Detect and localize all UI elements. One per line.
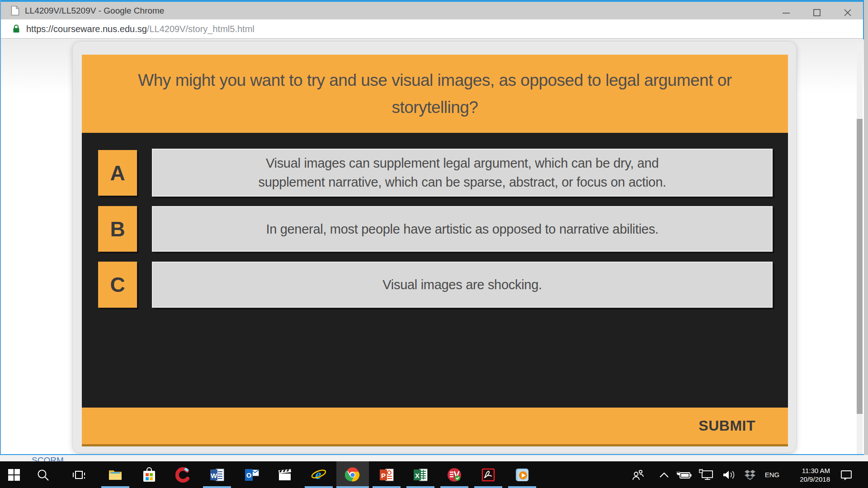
option-row-b: B In general, most people have artistic … xyxy=(82,206,788,252)
chrome-icon xyxy=(345,467,360,483)
microsoft-store-icon xyxy=(142,467,156,483)
svg-text:X: X xyxy=(415,472,420,479)
quiz-slide: Why might you want to try and use visual… xyxy=(82,55,788,446)
option-a-text: Visual images can supplement legal argum… xyxy=(258,154,666,192)
scorm-link[interactable]: SCORM xyxy=(32,455,64,461)
start-button[interactable] xyxy=(0,461,28,488)
option-b-text: In general, most people have artistic as… xyxy=(266,220,658,239)
taskbar-word-button[interactable]: W xyxy=(201,461,233,488)
notification-bubble-icon xyxy=(840,469,853,481)
course-player-frame: Why might you want to try and use visual… xyxy=(72,41,797,453)
clock-time: 11:30 AM xyxy=(802,466,830,475)
tray-clock-button[interactable]: 11:30 AM 20/9/2018 xyxy=(785,461,830,488)
option-c-answer[interactable]: Visual images are shocking. xyxy=(152,262,773,308)
tray-network-button[interactable] xyxy=(697,461,715,488)
speaker-icon xyxy=(722,469,736,481)
taskbar-ccleaner-button[interactable] xyxy=(167,461,199,488)
page-viewport: Why might you want to try and use visual… xyxy=(1,39,864,454)
taskbar-movie-maker-button[interactable] xyxy=(269,461,301,488)
url-text[interactable]: https://courseware.nus.edu.sg/LL4209V/st… xyxy=(26,24,255,34)
ethernet-network-icon xyxy=(698,469,714,481)
taskbar-expressvpn-button[interactable] xyxy=(438,461,471,488)
url-path: /LL4209V/story_html5.html xyxy=(147,24,255,34)
option-row-c: C Visual images are shocking. xyxy=(82,262,788,308)
acrobat-reader-icon xyxy=(481,468,495,482)
taskbar-media-player-button[interactable] xyxy=(506,461,538,488)
quiz-footer: SUBMIT xyxy=(82,408,788,446)
clock-date: 20/9/2018 xyxy=(800,475,830,483)
tray-show-hidden-icons-button[interactable] xyxy=(656,461,672,488)
windows-logo-icon xyxy=(8,469,20,481)
dropbox-icon xyxy=(744,469,756,481)
task-view-icon xyxy=(72,468,86,482)
close-button[interactable] xyxy=(832,4,863,21)
taskbar-acrobat-button[interactable] xyxy=(472,461,505,488)
tray-people-button[interactable] xyxy=(630,461,646,488)
option-c-letter[interactable]: C xyxy=(98,262,137,308)
taskbar: W O e xyxy=(0,461,868,488)
svg-text:O: O xyxy=(246,471,252,479)
option-a-answer[interactable]: Visual images can supplement legal argum… xyxy=(152,149,773,197)
tray-dropbox-button[interactable] xyxy=(741,461,759,488)
clapperboard-icon xyxy=(277,468,292,482)
desktop-edge xyxy=(864,0,868,461)
address-bar[interactable]: https://courseware.nus.edu.sg/LL4209V/st… xyxy=(1,19,863,39)
answer-area: A Visual images can supplement legal arg… xyxy=(82,133,788,408)
secure-lock-icon xyxy=(12,24,21,34)
scrollbar-thumb[interactable] xyxy=(857,119,863,414)
internet-explorer-icon: e xyxy=(311,467,327,483)
action-center-button[interactable] xyxy=(835,461,857,488)
taskbar-store-button[interactable] xyxy=(133,461,165,488)
media-player-icon xyxy=(514,467,530,483)
task-view-button[interactable] xyxy=(63,461,95,488)
excel-icon: X xyxy=(413,468,428,482)
search-button[interactable] xyxy=(28,461,58,488)
file-explorer-icon xyxy=(108,468,123,482)
expressvpn-icon xyxy=(447,467,462,483)
search-icon xyxy=(36,468,50,482)
maximize-button[interactable] xyxy=(802,4,832,21)
option-c-text: Visual images are shocking. xyxy=(382,275,542,294)
page-document-icon xyxy=(11,5,19,16)
question-text: Why might you want to try and use visual… xyxy=(138,67,731,121)
svg-text:W: W xyxy=(211,472,217,479)
vertical-scrollbar[interactable] xyxy=(857,43,863,454)
tray-battery-button[interactable] xyxy=(675,461,693,488)
language-indicator: ENG xyxy=(765,471,780,479)
url-domain: https://courseware.nus.edu.sg xyxy=(26,24,147,34)
page-bottom-strip: SCORM xyxy=(0,455,868,461)
taskbar-internet-explorer-button[interactable]: e xyxy=(302,461,335,488)
powerpoint-icon: P xyxy=(379,468,394,482)
taskbar-powerpoint-button[interactable]: P xyxy=(370,461,403,488)
option-row-a: A Visual images can supplement legal arg… xyxy=(82,149,788,197)
taskbar-outlook-button[interactable]: O xyxy=(236,461,268,488)
word-icon: W xyxy=(209,468,225,482)
ccleaner-icon xyxy=(175,467,191,483)
question-header: Why might you want to try and use visual… xyxy=(82,55,788,133)
submit-button[interactable]: SUBMIT xyxy=(698,418,755,434)
browser-window: LL4209V/LL5209V - Google Chrome https://… xyxy=(0,0,864,455)
chevron-up-icon xyxy=(659,472,670,478)
battery-charging-icon xyxy=(676,469,693,481)
tray-language-button[interactable]: ENG xyxy=(761,461,783,488)
minimize-button[interactable] xyxy=(771,4,802,21)
outlook-icon: O xyxy=(244,468,259,482)
option-b-answer[interactable]: In general, most people have artistic as… xyxy=(152,206,773,252)
svg-text:e: e xyxy=(315,467,321,482)
tray-volume-button[interactable] xyxy=(720,461,738,488)
taskbar-file-explorer-button[interactable] xyxy=(99,461,132,488)
window-title: LL4209V/LL5209V - Google Chrome xyxy=(25,6,164,16)
option-a-letter[interactable]: A xyxy=(98,150,137,196)
taskbar-chrome-button[interactable] xyxy=(336,461,369,488)
svg-text:P: P xyxy=(381,472,386,479)
option-b-letter[interactable]: B xyxy=(98,206,137,252)
people-icon xyxy=(631,469,645,481)
taskbar-excel-button[interactable]: X xyxy=(404,461,437,488)
title-bar: LL4209V/LL5209V - Google Chrome xyxy=(1,0,863,19)
